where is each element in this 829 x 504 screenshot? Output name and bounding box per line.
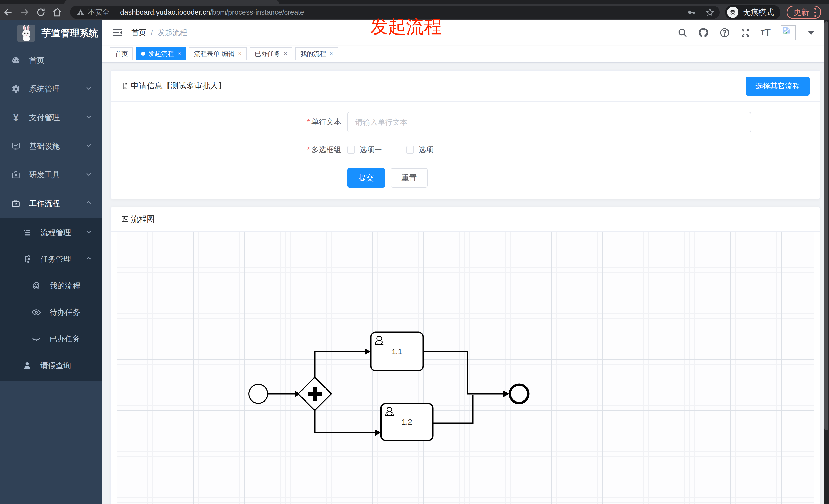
- breadcrumb: 首页 / 发起流程: [132, 28, 187, 38]
- broken-image-icon: [783, 27, 790, 34]
- passkey-icon[interactable]: [687, 8, 695, 16]
- breadcrumb-separator: /: [151, 29, 153, 37]
- home-icon[interactable]: [49, 4, 66, 21]
- field-label: *单行文本: [275, 117, 341, 127]
- font-size-icon[interactable]: TT: [761, 28, 771, 38]
- tab-home[interactable]: 首页: [110, 47, 133, 60]
- checkbox-icon[interactable]: [406, 146, 414, 154]
- tab-start-process[interactable]: 发起流程 ×: [136, 47, 186, 60]
- update-label: 更新: [793, 7, 809, 17]
- close-icon[interactable]: ×: [284, 50, 287, 57]
- monitor-icon: [10, 141, 22, 151]
- document-icon: [121, 82, 129, 90]
- back-icon[interactable]: [0, 4, 16, 21]
- face-icon: [31, 281, 42, 290]
- tab-label: 我的流程: [300, 49, 326, 58]
- sidebar-item-payment[interactable]: ¥ 支付管理: [0, 103, 102, 132]
- tags-view: 首页 发起流程 × 流程表单-编辑 × 已办任务 × 我的流程 ×: [102, 45, 829, 63]
- apply-info-card: 申请信息【测试多审批人】 选择其它流程 *单行文本 *多选框组: [110, 70, 820, 199]
- arrowhead: [365, 348, 371, 355]
- chevron-down-icon: [85, 85, 92, 93]
- bookmark-star-icon[interactable]: [705, 8, 715, 17]
- not-secure-icon: [77, 8, 84, 16]
- incognito-icon: [727, 7, 738, 18]
- single-line-text-input[interactable]: [347, 112, 751, 132]
- checkbox-label: 选项二: [419, 145, 441, 155]
- browser-scrollbar[interactable]: [824, 21, 829, 504]
- forward-icon[interactable]: [16, 4, 33, 21]
- sidebar-item-label: 支付管理: [29, 112, 60, 123]
- form-row-checkbox: *多选框组 选项一 选项二: [275, 145, 809, 155]
- browser-active-tab[interactable]: [65, 0, 279, 4]
- browser-menu-icon[interactable]: [815, 8, 816, 17]
- main-area: 首页 / 发起流程 TT 首页 发起流程: [102, 21, 829, 504]
- bpmn-parallel-gateway[interactable]: [298, 377, 331, 411]
- sidebar-logo-row: 芋道管理系统: [0, 21, 102, 46]
- tab-done-tasks[interactable]: 已办任务 ×: [250, 47, 292, 60]
- sidebar-item-workflow[interactable]: 工作流程: [0, 189, 102, 218]
- close-icon[interactable]: ×: [177, 50, 181, 57]
- close-icon[interactable]: ×: [330, 50, 333, 57]
- sidebar-item-my-process[interactable]: 我的流程: [0, 272, 102, 299]
- tab-form-edit[interactable]: 流程表单-编辑 ×: [189, 47, 247, 60]
- help-icon[interactable]: [719, 27, 730, 38]
- avatar[interactable]: [781, 25, 796, 40]
- flow-gateway-to-task2: [315, 411, 375, 433]
- checkbox-option-1[interactable]: 选项一: [347, 145, 382, 155]
- breadcrumb-home[interactable]: 首页: [132, 28, 146, 38]
- sidebar-item-system[interactable]: 系统管理: [0, 75, 102, 103]
- chevron-down-icon: [85, 170, 92, 179]
- sidebar-item-label: 系统管理: [29, 84, 60, 94]
- sidebar-item-devtools[interactable]: 研发工具: [0, 160, 102, 189]
- checkbox-icon[interactable]: [347, 146, 355, 154]
- briefcase-icon: [10, 199, 22, 208]
- scrollbar-thumb[interactable]: [824, 22, 828, 430]
- required-asterisk: *: [307, 118, 310, 126]
- sidebar-item-home[interactable]: 首页: [0, 46, 102, 75]
- sidebar-item-label: 已办任务: [49, 334, 80, 344]
- submit-button[interactable]: 提交: [347, 168, 385, 188]
- checkbox-label: 选项一: [360, 145, 382, 155]
- sidebar-item-infrastructure[interactable]: 基础设施: [0, 132, 102, 160]
- apply-info-header: 申请信息【测试多审批人】 选择其它流程: [111, 71, 820, 102]
- bpmn-canvas[interactable]: 1.1 1.2: [117, 232, 814, 504]
- bpmn-user-task-2[interactable]: 1.2: [381, 403, 433, 440]
- flow-task1-out: [423, 352, 467, 394]
- list-tree-icon: [22, 228, 33, 237]
- bpmn-start-event[interactable]: [249, 384, 268, 403]
- app-logo: [17, 25, 35, 42]
- apply-form: *单行文本 *多选框组 选项一: [111, 102, 820, 199]
- reload-icon[interactable]: [33, 4, 49, 21]
- bpmn-end-event[interactable]: [510, 385, 528, 403]
- bpmn-user-task-1[interactable]: 1.1: [371, 332, 423, 371]
- search-icon[interactable]: [677, 28, 688, 38]
- briefcase-icon: [10, 170, 22, 180]
- sidebar-item-label: 请假查询: [40, 360, 71, 371]
- browser-update-button[interactable]: 更新: [787, 6, 821, 19]
- browser-tabstrip: [0, 0, 829, 4]
- sidebar-item-leave-query[interactable]: 请假查询: [0, 352, 102, 379]
- incognito-badge: 无痕模式: [725, 5, 781, 20]
- tab-my-process[interactable]: 我的流程 ×: [295, 47, 338, 60]
- checkbox-option-2[interactable]: 选项二: [406, 145, 441, 155]
- choose-other-process-button[interactable]: 选择其它流程: [746, 77, 809, 95]
- flow-task2-out: [433, 395, 473, 423]
- fullscreen-icon[interactable]: [740, 28, 751, 38]
- picture-icon: [121, 215, 129, 223]
- avatar-dropdown-icon[interactable]: [807, 31, 815, 35]
- form-row-text: *单行文本: [275, 112, 809, 132]
- navbar-tools: TT: [677, 21, 815, 45]
- sidebar-item-done-tasks[interactable]: 已办任务: [0, 325, 102, 352]
- github-icon[interactable]: [698, 27, 709, 38]
- sidebar-item-task-mgmt[interactable]: 任务管理: [0, 246, 102, 272]
- eye-open-icon: [31, 307, 42, 317]
- navbar: 首页 / 发起流程 TT: [102, 21, 829, 45]
- sidebar-item-todo-tasks[interactable]: 待办任务: [0, 299, 102, 325]
- sidebar-item-process-mgmt[interactable]: 流程管理: [0, 219, 102, 246]
- close-icon[interactable]: ×: [238, 50, 241, 57]
- reset-button[interactable]: 重置: [391, 168, 428, 188]
- sidebar-item-label: 任务管理: [40, 254, 71, 265]
- branch-icon: [22, 255, 33, 264]
- sidebar-toggle-icon[interactable]: [112, 28, 123, 37]
- tab-label: 已办任务: [255, 49, 280, 58]
